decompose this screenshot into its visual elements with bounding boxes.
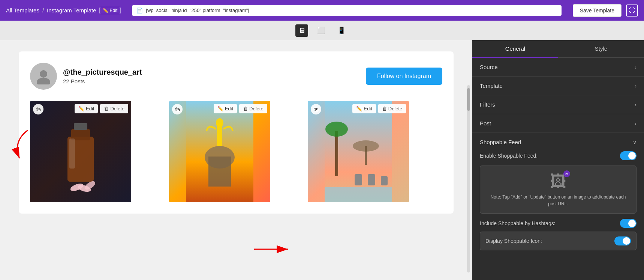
photo-placeholder-1 bbox=[30, 101, 131, 202]
photo-edit-btn-2[interactable]: ✏️ Edit bbox=[214, 104, 237, 113]
photo-placeholder-2 bbox=[169, 101, 270, 202]
shortcode-text: [wp_social_ninja id="250" platform="inst… bbox=[146, 8, 249, 13]
breadcrumb-separator: / bbox=[42, 7, 44, 14]
delete-icon-2: 🗑 bbox=[243, 106, 248, 111]
hashtags-row: Include Shoppable by Hashtags: bbox=[480, 219, 637, 228]
display-shoppable-icon-toggle[interactable] bbox=[614, 236, 631, 245]
scrollbar-track[interactable] bbox=[467, 85, 470, 272]
panel-section-shoppable: Shoppable Feed ∨ Enable Shoppable Feed: … bbox=[472, 133, 644, 256]
breadcrumb-current: Instagram Template bbox=[47, 7, 96, 14]
shoppable-purple-badge: 🛍 bbox=[563, 170, 570, 177]
svg-rect-21 bbox=[365, 146, 367, 165]
display-shoppable-icon-row: Display Shoppable Icon: bbox=[480, 232, 637, 250]
photo-item-3: 🛍 ✏️ Edit 🗑 Delete bbox=[308, 101, 409, 202]
shoppable-note: Note: Tap "Add" or "Update" button on an… bbox=[486, 194, 630, 207]
shoppable-chevron-icon: ∨ bbox=[633, 139, 637, 145]
panel-section-post[interactable]: Post › bbox=[472, 114, 644, 133]
svg-rect-25 bbox=[325, 187, 392, 202]
edit-badge[interactable]: ✏️ Edit bbox=[99, 7, 121, 14]
breadcrumb: All Templates / Instagram Template ✏️ Ed… bbox=[6, 7, 121, 14]
template-label: Template bbox=[480, 83, 503, 89]
save-template-button[interactable]: Save Template bbox=[573, 4, 622, 17]
svg-rect-17 bbox=[325, 101, 392, 202]
device-bar: 🖥 ⬜ 📱 bbox=[0, 21, 644, 40]
pencil-icon: ✏️ bbox=[103, 8, 108, 13]
shortcode-icon: 📄 bbox=[136, 8, 143, 14]
edit-icon-2: ✏️ bbox=[217, 106, 223, 111]
hashtags-toggle[interactable] bbox=[620, 219, 637, 228]
red-arrow-2 bbox=[250, 242, 295, 258]
scrollbar-thumb[interactable] bbox=[467, 88, 470, 111]
hashtags-label: Include Shoppable by Hashtags: bbox=[480, 220, 556, 226]
svg-rect-18 bbox=[335, 131, 338, 176]
shoppable-body: Enable Shoppable Feed: 🖼 🛍 Note: Tap "Ad… bbox=[472, 151, 644, 256]
display-shoppable-icon-label: Display Shoppable Icon: bbox=[485, 238, 542, 244]
photo-placeholder-3 bbox=[308, 101, 409, 202]
top-bar-right: Save Template ⛶ bbox=[573, 4, 638, 17]
tablet-device-button[interactable]: ⬜ bbox=[314, 24, 328, 37]
fullscreen-button[interactable]: ⛶ bbox=[626, 5, 638, 17]
svg-rect-22 bbox=[355, 174, 362, 185]
follow-instagram-button[interactable]: Follow on Instagram bbox=[366, 68, 442, 85]
photo-delete-btn-3[interactable]: 🗑 Delete bbox=[378, 104, 406, 113]
photo-delete-btn-1[interactable]: 🗑 Delete bbox=[100, 104, 128, 113]
desktop-device-button[interactable]: 🖥 bbox=[295, 24, 308, 37]
svg-rect-8 bbox=[69, 138, 75, 169]
delete-icon-3: 🗑 bbox=[382, 106, 387, 111]
shoppable-image-icon-container: 🖼 🛍 bbox=[550, 172, 566, 191]
edit-label: Edit bbox=[110, 8, 118, 13]
enable-shoppable-row: Enable Shoppable Feed: bbox=[480, 151, 637, 160]
panel-section-filters[interactable]: Filters › bbox=[472, 95, 644, 114]
svg-rect-14 bbox=[208, 157, 231, 187]
delete-icon-1: 🗑 bbox=[104, 106, 109, 111]
shortcode-box[interactable]: 📄 [wp_social_ninja id="250" platform="in… bbox=[132, 5, 561, 16]
svg-rect-7 bbox=[74, 123, 87, 130]
shoppable-image-box: 🖼 🛍 Note: Tap "Add" or "Update" button o… bbox=[480, 166, 637, 214]
mobile-device-button[interactable]: 📱 bbox=[334, 24, 349, 37]
photo-edit-btn-1[interactable]: ✏️ Edit bbox=[75, 104, 98, 113]
top-bar: All Templates / Instagram Template ✏️ Ed… bbox=[0, 0, 644, 21]
panel-section-source[interactable]: Source › bbox=[472, 58, 644, 77]
profile-header: @the_picturesque_art 22 Posts Follow on … bbox=[30, 63, 442, 90]
filters-label: Filters bbox=[480, 101, 495, 108]
svg-point-16 bbox=[216, 118, 223, 127]
svg-rect-24 bbox=[381, 176, 388, 185]
enable-shoppable-toggle[interactable] bbox=[620, 151, 637, 160]
right-panel: General Style Source › Template › Filter… bbox=[472, 40, 644, 280]
shoppable-header[interactable]: Shoppable Feed ∨ bbox=[472, 133, 644, 151]
shop-icon-1: 🛍 bbox=[33, 104, 43, 114]
photo-item-2: 🛍 ✏️ Edit 🗑 Delete bbox=[169, 101, 270, 202]
edit-icon-3: ✏️ bbox=[356, 106, 362, 111]
source-label: Source bbox=[480, 64, 498, 70]
profile-posts: 22 Posts bbox=[63, 78, 366, 84]
tab-general[interactable]: General bbox=[472, 40, 558, 58]
shop-icon-2: 🛍 bbox=[172, 104, 183, 114]
profile-username: @the_picturesque_art bbox=[63, 68, 366, 77]
photo-edit-btn-3[interactable]: ✏️ Edit bbox=[352, 104, 376, 113]
source-chevron-icon: › bbox=[635, 64, 637, 70]
panel-tabs: General Style bbox=[472, 40, 644, 58]
template-chevron-icon: › bbox=[635, 83, 637, 89]
profile-info: @the_picturesque_art 22 Posts bbox=[63, 68, 366, 84]
photo-delete-btn-2[interactable]: 🗑 Delete bbox=[239, 104, 267, 113]
preview-area: @the_picturesque_art 22 Posts Follow on … bbox=[0, 40, 472, 280]
edit-icon-1: ✏️ bbox=[78, 106, 84, 111]
enable-shoppable-label: Enable Shoppable Feed: bbox=[480, 153, 538, 159]
all-templates-link[interactable]: All Templates bbox=[6, 7, 39, 14]
photo-overlay-1: ✏️ Edit 🗑 Delete bbox=[75, 104, 128, 113]
svg-point-19 bbox=[325, 122, 348, 137]
photo-overlay-3: ✏️ Edit 🗑 Delete bbox=[352, 104, 406, 113]
post-chevron-icon: › bbox=[635, 120, 637, 126]
photos-grid: 🛍 ✏️ Edit 🗑 Delete bbox=[30, 101, 442, 202]
preview-card: @the_picturesque_art 22 Posts Follow on … bbox=[19, 51, 454, 214]
main-layout: @the_picturesque_art 22 Posts Follow on … bbox=[0, 40, 644, 280]
photo-item-1: 🛍 ✏️ Edit 🗑 Delete bbox=[30, 101, 131, 202]
tab-style[interactable]: Style bbox=[558, 40, 644, 57]
filters-chevron-icon: › bbox=[635, 102, 637, 108]
avatar bbox=[30, 63, 57, 90]
post-label: Post bbox=[480, 120, 491, 126]
shoppable-title: Shoppable Feed bbox=[480, 139, 521, 145]
svg-point-2 bbox=[40, 70, 47, 78]
photo-overlay-2: ✏️ Edit 🗑 Delete bbox=[214, 104, 267, 113]
panel-section-template[interactable]: Template › bbox=[472, 77, 644, 95]
